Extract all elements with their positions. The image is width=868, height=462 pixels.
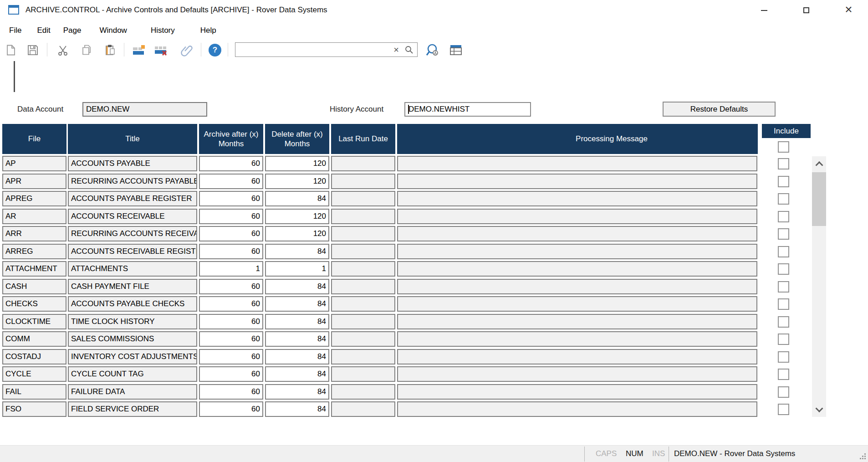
column-header-last-run-date[interactable]: Last Run Date [331,124,395,154]
scroll-up-button[interactable] [812,156,826,172]
history-account-field[interactable]: DEMO.NEWHIST [404,102,531,117]
include-checkbox[interactable] [778,193,789,205]
resize-grip-icon[interactable] [860,453,866,460]
search-icon[interactable] [404,45,414,54]
clear-search-icon[interactable]: × [393,45,399,54]
restore-defaults-button[interactable]: Restore Defaults [663,102,776,117]
grid-view-button[interactable] [449,43,464,57]
include-checkbox[interactable] [778,246,789,257]
cell-delete-months[interactable]: 120 [265,156,329,171]
menu-edit[interactable]: Edit [37,26,50,35]
cell-delete-months[interactable]: 84 [265,244,329,259]
cell-archive-months[interactable]: 60 [199,384,263,400]
menu-file[interactable]: File [9,26,21,35]
include-checkbox[interactable] [778,176,789,187]
column-header-archive-months[interactable]: Archive after (x) Months [199,124,263,154]
find-record-button[interactable] [425,43,441,57]
menu-page[interactable]: Page [63,26,82,35]
include-all-checkbox[interactable] [778,141,789,153]
include-checkbox[interactable] [778,351,789,363]
cell-archive-months[interactable]: 60 [199,331,263,347]
cell-delete-months[interactable]: 1 [265,261,329,277]
cell-delete-months[interactable]: 84 [265,401,329,417]
cell-last-run-date [331,384,395,400]
menu-window[interactable]: Window [99,26,127,35]
cell-delete-months[interactable]: 84 [265,384,329,400]
cell-archive-months[interactable]: 60 [199,191,263,206]
cell-archive-months[interactable]: 60 [199,174,263,189]
include-checkbox[interactable] [778,404,789,415]
column-header-title[interactable]: Title [68,124,197,154]
minimize-button[interactable] [743,0,785,21]
toolbar: ? × [0,40,868,59]
table-row: ARREG ACCOUNTS RECEIVABLE REGISTER 60 84 [0,243,868,261]
application-window: ARCHIVE.CONTROL - Archive Controls and D… [0,0,868,462]
new-document-button[interactable] [4,43,18,57]
cell-delete-months[interactable]: 84 [265,296,329,312]
insert-row-button[interactable] [132,43,146,57]
cell-archive-months[interactable]: 1 [199,261,263,277]
cell-archive-months[interactable]: 60 [199,156,263,171]
scroll-down-button[interactable] [812,401,826,417]
include-checkbox[interactable] [778,263,789,275]
cell-archive-months[interactable]: 60 [199,226,263,241]
cell-delete-months[interactable]: 84 [265,349,329,364]
include-checkbox[interactable] [778,158,789,169]
cell-archive-months[interactable]: 60 [199,244,263,259]
paste-button[interactable] [103,43,117,57]
cell-delete-months[interactable]: 84 [265,331,329,347]
cell-archive-months[interactable]: 60 [199,314,263,329]
include-checkbox[interactable] [778,228,789,240]
maximize-button[interactable] [785,0,827,21]
table-row: CASH CASH PAYMENT FILE 60 84 [0,278,868,296]
cell-title: ACCOUNTS RECEIVABLE [68,209,197,224]
cell-last-run-date [331,191,395,206]
column-header-include[interactable]: Include [762,124,811,138]
table-row: APR RECURRING ACCOUNTS PAYABLE 60 120 [0,173,868,190]
cell-last-run-date [331,401,395,417]
cell-delete-months[interactable]: 120 [265,174,329,189]
menu-history[interactable]: History [151,26,175,35]
cell-processing-message [397,244,757,259]
cell-processing-message [397,349,757,364]
delete-row-button[interactable] [153,43,168,57]
column-header-delete-months[interactable]: Delete after (x) Months [265,124,329,154]
cell-delete-months[interactable]: 84 [265,191,329,206]
cell-archive-months[interactable]: 60 [199,209,263,224]
include-checkbox[interactable] [778,281,789,293]
cell-archive-months[interactable]: 60 [199,349,263,364]
menu-help[interactable]: Help [200,26,216,35]
copy-button[interactable] [79,43,94,57]
cut-button[interactable] [56,43,70,57]
cell-title: TIME CLOCK HISTORY [68,314,197,329]
cell-archive-months[interactable]: 60 [199,401,263,417]
cell-delete-months[interactable]: 84 [265,366,329,382]
grid-view-icon [449,44,463,56]
data-account-field[interactable]: DEMO.NEW [82,102,207,117]
cell-archive-months[interactable]: 60 [199,366,263,382]
column-header-processing-message[interactable]: Processing Message [397,124,758,154]
cell-archive-months[interactable]: 60 [199,279,263,294]
include-checkbox[interactable] [778,211,789,222]
column-header-file[interactable]: File [2,124,66,154]
attach-button[interactable] [179,43,194,57]
cell-delete-months[interactable]: 120 [265,226,329,241]
cell-delete-months[interactable]: 84 [265,314,329,329]
cell-delete-months[interactable]: 84 [265,279,329,294]
cell-delete-months[interactable]: 120 [265,209,329,224]
include-checkbox[interactable] [778,386,789,398]
include-checkbox[interactable] [778,369,789,380]
include-checkbox[interactable] [778,316,789,328]
new-document-icon [5,44,17,56]
help-button[interactable]: ? [208,43,222,57]
include-checkbox[interactable] [778,334,789,345]
search-input[interactable] [235,43,393,56]
close-button[interactable]: × [827,0,868,21]
save-button[interactable] [26,43,40,57]
cell-processing-message [397,384,757,400]
scrollbar-thumb[interactable] [812,172,826,226]
include-checkbox[interactable] [778,298,789,310]
table-row: CYCLE CYCLE COUNT TAG 60 84 [0,365,868,383]
cell-archive-months[interactable]: 60 [199,296,263,312]
cell-last-run-date [331,226,395,241]
